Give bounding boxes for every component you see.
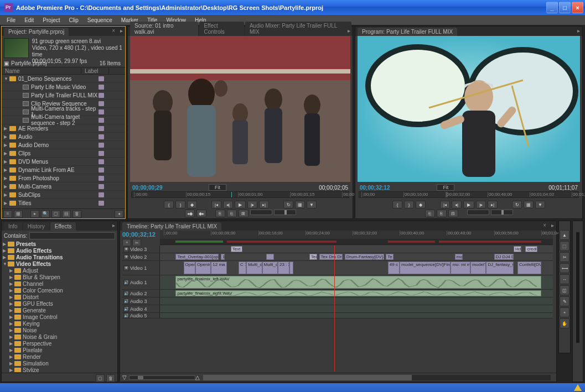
- output-button[interactable]: ▼: [307, 201, 317, 208]
- timeline-clip[interactable]: model_sequence[DV]Final-00: [400, 262, 451, 274]
- loop-button[interactable]: ↻: [283, 201, 293, 208]
- delete-button[interactable]: 🗑: [106, 374, 115, 382]
- disclosure-arrow-icon[interactable]: ▶: [9, 361, 14, 366]
- effects-row[interactable]: ▶Image Control: [2, 313, 117, 320]
- disclosure-arrow-icon[interactable]: ▶: [4, 151, 9, 156]
- label-swatch[interactable]: [99, 143, 104, 148]
- disclosure-arrow-icon[interactable]: ▶: [4, 126, 9, 131]
- effects-row[interactable]: ▶Perspective: [2, 340, 117, 347]
- disclosure-arrow-icon[interactable]: ▶: [4, 184, 9, 189]
- timeline-clip[interactable]: 12 ma n 1: [211, 262, 226, 274]
- disclosure-arrow-icon[interactable]: ▼: [4, 76, 9, 81]
- timeline-clip[interactable]: DJ DJ4 DE 0 DJ DJ Text_: [494, 254, 514, 260]
- timeline-tracks[interactable]: 👁Video 3TextHd Kecredi cor👁Video 2Text_O…: [122, 245, 553, 372]
- track-body[interactable]: TextHd Kecredi cor: [160, 245, 553, 253]
- shuttle-control[interactable]: [491, 210, 513, 215]
- mark-in-button[interactable]: {: [392, 201, 402, 208]
- disclosure-arrow-icon[interactable]: ▶: [9, 268, 14, 273]
- tool-button-5[interactable]: ◫: [560, 285, 570, 295]
- timeline-clip[interactable]: Open: [184, 262, 195, 274]
- track-body[interactable]: OpenOpening I12 ma n 1C 16Multi_canMulti…: [160, 261, 553, 275]
- col-label[interactable]: Label: [81, 67, 109, 74]
- new-item-button[interactable]: ▤: [62, 210, 71, 218]
- mute-toggle[interactable]: 🔊: [123, 313, 129, 318]
- panel-menu-icon[interactable]: ▸: [348, 28, 350, 34]
- safe-margins-button[interactable]: ▦: [295, 201, 305, 208]
- close-button[interactable]: ×: [572, 2, 583, 13]
- effects-row[interactable]: ▶Keying: [2, 320, 117, 327]
- bin-row[interactable]: Party Life Trailer FULL MIX: [2, 91, 125, 100]
- label-swatch[interactable]: [99, 118, 104, 123]
- mark-out-button[interactable]: }: [175, 201, 185, 208]
- track-header[interactable]: 🔊Audio 2: [122, 290, 160, 297]
- timeline-tc[interactable]: 00;00;32;12: [122, 231, 156, 238]
- effects-row[interactable]: ▶Noise & Grain: [2, 333, 117, 340]
- track-header[interactable]: 🔊Audio 3: [122, 297, 160, 305]
- label-swatch[interactable]: [99, 93, 104, 98]
- timeline-track[interactable]: 🔊Audio 4: [122, 305, 553, 313]
- timeline-track[interactable]: 👁Video 2Text_Overlay-001[open]214TexTex …: [122, 253, 553, 261]
- bin-row[interactable]: ▶DVD Menus: [2, 158, 125, 166]
- label-swatch[interactable]: [99, 126, 104, 131]
- label-swatch[interactable]: [99, 101, 104, 106]
- track-header[interactable]: 👁Video 1: [122, 261, 160, 275]
- overlay-button[interactable]: ⎗: [227, 210, 237, 217]
- mark-in-button[interactable]: {: [164, 201, 174, 208]
- tool-button-3[interactable]: ⟷: [560, 263, 570, 273]
- bin-row[interactable]: ▶SubClips: [2, 191, 125, 199]
- zoom-slider[interactable]: [129, 375, 195, 380]
- tool-button-0[interactable]: ▲: [560, 230, 570, 240]
- step-back-button[interactable]: ◂|: [223, 201, 233, 208]
- goto-next-marker-button[interactable]: ◆▸: [196, 210, 206, 217]
- disclosure-arrow-icon[interactable]: ▶: [9, 341, 14, 346]
- effects-row[interactable]: ▶Adjust: [2, 267, 117, 274]
- menu-edit[interactable]: Edit: [20, 16, 38, 24]
- extract-button[interactable]: ⎘: [437, 210, 447, 217]
- timeline-clip[interactable]: C 16: [239, 262, 246, 274]
- track-body[interactable]: [160, 305, 553, 312]
- set-marker-button[interactable]: ◆: [187, 201, 197, 208]
- play-button[interactable]: ▶: [235, 201, 246, 208]
- timeline-track[interactable]: 👁Video 1OpenOpening I12 ma n 1C 16Multi_…: [122, 261, 553, 275]
- tool-button-7[interactable]: +: [560, 307, 570, 317]
- panel-close-icon[interactable]: ×: [543, 222, 546, 228]
- effects-row[interactable]: ▶Channel: [2, 280, 117, 287]
- label-swatch[interactable]: [99, 134, 104, 139]
- effects-row[interactable]: ▶Blur & Sharpen: [2, 274, 117, 280]
- bin-row[interactable]: ▶Audio Demo: [2, 141, 125, 149]
- program-tc-current[interactable]: 00;00;32;12: [360, 185, 390, 191]
- program-video[interactable]: [358, 36, 580, 182]
- set-marker-button[interactable]: ◆: [416, 201, 426, 208]
- col-name[interactable]: Name: [2, 67, 81, 74]
- goto-out-button[interactable]: ▸|: [259, 201, 269, 208]
- effects-search-input[interactable]: [29, 232, 115, 239]
- menu-file[interactable]: File: [2, 16, 20, 24]
- effects-list[interactable]: ▶Presets▶Audio Effects▶Audio Transitions…: [2, 241, 117, 372]
- effects-row[interactable]: ▶Stylize: [2, 367, 117, 372]
- goto-in-button[interactable]: |◂: [440, 201, 450, 208]
- safe-margins-button[interactable]: ▦: [524, 201, 534, 208]
- program-tab[interactable]: Program: Party Life Trailer FULL MIX: [358, 28, 457, 36]
- bin-row[interactable]: ▶AE Renders: [2, 124, 125, 133]
- track-header[interactable]: 👁Video 3: [122, 245, 160, 253]
- timeline-clip[interactable]: Text_Overlay-001[open]2: [175, 254, 219, 260]
- menu-sequence[interactable]: Sequence: [83, 16, 117, 24]
- timeline-track[interactable]: 🔊Audio 5: [122, 313, 553, 318]
- timeline-clip[interactable]: mo: mi mo mod: [451, 262, 470, 274]
- track-body[interactable]: Text_Overlay-001[open]214TexTex Dru Drum…: [160, 253, 553, 260]
- disclosure-arrow-icon[interactable]: ▶: [9, 315, 14, 320]
- disclosure-arrow-icon[interactable]: ▶: [4, 143, 9, 148]
- timeline-clip[interactable]: [266, 254, 274, 260]
- timeline-clip[interactable]: mo: [455, 254, 463, 260]
- disclosure-arrow-icon[interactable]: ▶: [9, 348, 14, 353]
- label-swatch[interactable]: [99, 85, 104, 90]
- disclosure-arrow-icon[interactable]: ▶: [4, 176, 9, 181]
- timeline-track[interactable]: 🔊Audio 3: [122, 297, 553, 305]
- effects-row[interactable]: ▶Color Correction: [2, 287, 117, 294]
- timeline-clip[interactable]: Drum-Fantasy[DV]-01: [345, 254, 384, 260]
- disclosure-arrow-icon[interactable]: ▶: [9, 275, 14, 280]
- effects-row[interactable]: ▶Noise: [2, 327, 117, 333]
- label-swatch[interactable]: [99, 201, 104, 206]
- track-body[interactable]: [160, 313, 553, 318]
- disclosure-arrow-icon[interactable]: ▶: [9, 368, 14, 373]
